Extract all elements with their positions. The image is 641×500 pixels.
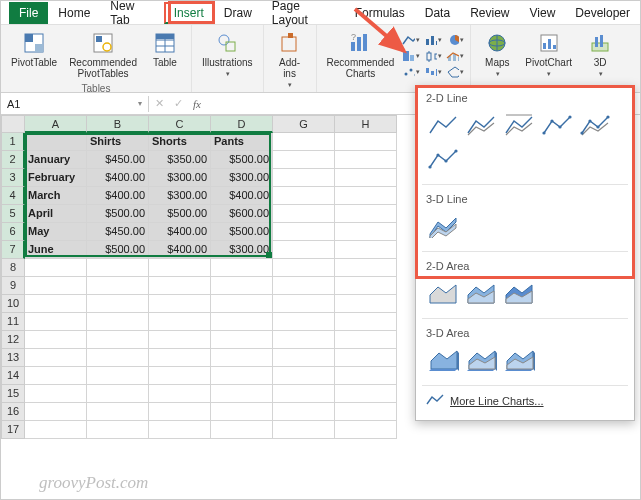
cell[interactable] (335, 277, 397, 295)
cell[interactable] (211, 421, 273, 439)
chart-option-area-3d[interactable] (426, 345, 460, 375)
confirm-icon[interactable]: ✓ (174, 97, 183, 110)
chart-option-line-3d[interactable] (426, 211, 460, 241)
cell[interactable] (149, 277, 211, 295)
chart-option-area-stacked[interactable] (464, 278, 498, 308)
row-header[interactable]: 6 (1, 223, 25, 241)
cell[interactable]: $450.00 (87, 151, 149, 169)
row-header[interactable]: 9 (1, 277, 25, 295)
cell[interactable] (149, 421, 211, 439)
row-header[interactable]: 13 (1, 349, 25, 367)
cell[interactable] (211, 295, 273, 313)
maps-button[interactable]: Maps (477, 29, 517, 80)
tab-view[interactable]: View (520, 2, 566, 24)
chart-option-line-100[interactable] (502, 110, 536, 140)
cell[interactable] (335, 331, 397, 349)
cell[interactable] (335, 421, 397, 439)
column-header[interactable]: A (25, 115, 87, 133)
illustrations-button[interactable]: Illustrations (198, 29, 257, 80)
cell[interactable] (25, 133, 87, 151)
cell[interactable] (335, 187, 397, 205)
tab-home[interactable]: Home (48, 2, 100, 24)
cell[interactable] (25, 277, 87, 295)
recommended-charts-button[interactable]: ? Recommended Charts (323, 29, 399, 81)
cell[interactable] (273, 421, 335, 439)
cell[interactable] (335, 349, 397, 367)
select-all-corner[interactable] (1, 115, 25, 133)
cell[interactable] (335, 241, 397, 259)
cell[interactable] (335, 151, 397, 169)
cell[interactable]: $300.00 (149, 169, 211, 187)
cell[interactable]: $450.00 (87, 223, 149, 241)
row-header[interactable]: 2 (1, 151, 25, 169)
cell[interactable] (211, 277, 273, 295)
cell[interactable] (335, 223, 397, 241)
cell[interactable] (149, 295, 211, 313)
cell[interactable] (335, 313, 397, 331)
cell[interactable] (25, 313, 87, 331)
pivottable-button[interactable]: PivotTable (7, 29, 61, 70)
cell[interactable] (273, 313, 335, 331)
cell[interactable]: $400.00 (211, 187, 273, 205)
cell[interactable]: $400.00 (87, 187, 149, 205)
chart-option-area-3d-stacked[interactable] (464, 345, 498, 375)
cell[interactable] (273, 241, 335, 259)
cell[interactable]: Shorts (149, 133, 211, 151)
tab-developer[interactable]: Developer (565, 2, 640, 24)
column-header[interactable]: C (149, 115, 211, 133)
chart-option-line[interactable] (426, 110, 460, 140)
hierarchy-chart-button[interactable] (402, 49, 420, 63)
more-line-charts-link[interactable]: More Line Charts... (416, 388, 634, 414)
cell[interactable] (335, 295, 397, 313)
cell[interactable] (335, 403, 397, 421)
cell[interactable] (273, 205, 335, 223)
tab-file[interactable]: File (9, 2, 48, 24)
cell[interactable] (87, 403, 149, 421)
3d-map-button[interactable]: 3D (580, 29, 620, 80)
cell[interactable] (25, 403, 87, 421)
cell[interactable]: $400.00 (149, 241, 211, 259)
cell[interactable] (25, 331, 87, 349)
row-header[interactable]: 10 (1, 295, 25, 313)
cell[interactable] (273, 187, 335, 205)
cell[interactable] (149, 367, 211, 385)
cell[interactable] (335, 385, 397, 403)
row-header[interactable]: 4 (1, 187, 25, 205)
cell[interactable] (273, 349, 335, 367)
column-header[interactable]: B (87, 115, 149, 133)
cell[interactable]: $350.00 (149, 151, 211, 169)
chart-option-area-3d-100[interactable] (502, 345, 536, 375)
name-box[interactable]: A1▾ (1, 96, 149, 112)
cell[interactable] (211, 313, 273, 331)
cell[interactable] (273, 169, 335, 187)
cell[interactable]: $400.00 (149, 223, 211, 241)
cell[interactable]: June (25, 241, 87, 259)
row-header[interactable]: 17 (1, 421, 25, 439)
cell[interactable]: $600.00 (211, 205, 273, 223)
cell[interactable] (149, 385, 211, 403)
cell[interactable]: January (25, 151, 87, 169)
cell[interactable]: $400.00 (87, 169, 149, 187)
cell[interactable] (273, 259, 335, 277)
cell[interactable] (273, 331, 335, 349)
row-header[interactable]: 11 (1, 313, 25, 331)
cell[interactable] (149, 313, 211, 331)
cell[interactable] (25, 367, 87, 385)
line-chart-button[interactable] (402, 33, 420, 47)
cell[interactable]: February (25, 169, 87, 187)
row-header[interactable]: 5 (1, 205, 25, 223)
recommended-pivottables-button[interactable]: Recommended PivotTables (65, 29, 141, 81)
chart-option-line-stacked-markers[interactable] (578, 110, 612, 140)
row-header[interactable]: 3 (1, 169, 25, 187)
cell[interactable] (211, 403, 273, 421)
row-header[interactable]: 15 (1, 385, 25, 403)
cell[interactable] (87, 295, 149, 313)
chart-option-line-scatter[interactable] (426, 144, 460, 174)
cell[interactable]: Shirts (87, 133, 149, 151)
fx-icon[interactable]: fx (193, 98, 201, 110)
cell[interactable] (273, 385, 335, 403)
cell[interactable] (273, 133, 335, 151)
cell[interactable] (149, 403, 211, 421)
statistic-chart-button[interactable] (424, 49, 442, 63)
cell[interactable] (25, 259, 87, 277)
